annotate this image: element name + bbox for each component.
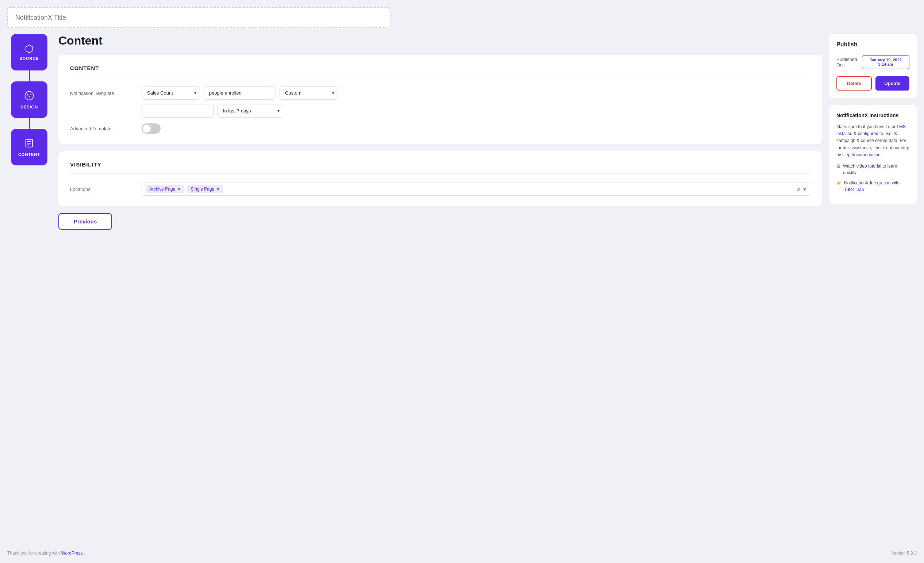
instructions-title: NotificationX Instructions (836, 113, 909, 118)
integration-emoji: 👉 (836, 180, 842, 186)
integration-label: NotificationX Integration with Tutor LMS (844, 180, 909, 193)
notification-template-controls: Sales Count Enrollment Count Review Coun… (142, 86, 810, 117)
publish-card: Publish Published On : January 10, 2022 … (829, 34, 917, 98)
publish-date-row: Published On : January 10, 2022 3:14 am (836, 55, 909, 69)
sidebar-connector-2 (29, 118, 30, 129)
sidebar-connector-1 (29, 71, 30, 81)
visibility-section-card: VISIBILITY Locations Archive Page × Sing… (58, 151, 822, 206)
locations-label: Locations (70, 186, 136, 192)
advanced-template-row: Advanced Template (70, 123, 810, 134)
instructions-text-1: Make sure that you have Tutor LMS instal… (836, 123, 909, 158)
previous-button[interactable]: Previous (58, 213, 112, 230)
notification-title-input[interactable] (15, 14, 382, 21)
template-top-row: Sales Count Enrollment Count Review Coun… (142, 86, 810, 100)
sales-count-select[interactable]: Sales Count Enrollment Count Review Coun… (142, 86, 200, 100)
template-bottom-row: In last 7 days In last 14 days In last 3… (142, 104, 810, 117)
published-on-label: Published On : (836, 57, 862, 68)
toggle-slider (142, 123, 160, 134)
sidebar-item-content[interactable]: CONTENT (11, 129, 48, 165)
published-date-box: January 10, 2022 3:14 am (862, 55, 909, 69)
integration-item: 👉 NotificationX Integration with Tutor L… (836, 180, 909, 193)
title-input-wrapper (7, 7, 390, 28)
advanced-template-label: Advanced Template (70, 126, 136, 131)
footer: Thank you for creating with WordPress . … (7, 548, 917, 556)
tag-single-remove[interactable]: × (216, 186, 219, 192)
bottom-actions: Previous (58, 213, 822, 230)
content-icon (24, 138, 34, 150)
sidebar-label-design: DESIGN (20, 105, 38, 109)
tag-single-label: Single Page (191, 186, 214, 192)
sales-count-select-wrapper: Sales Count Enrollment Count Review Coun… (142, 86, 200, 100)
source-icon: ⬡ (25, 44, 34, 54)
watch-label: Watch video tutorial to learn quickly (843, 163, 909, 176)
sidebar-item-design[interactable]: DESIGN (11, 81, 48, 118)
svg-point-2 (30, 94, 32, 95)
integration-link[interactable]: Integration with Tutor LMS (844, 180, 900, 192)
svg-point-3 (28, 96, 30, 98)
right-panel: Publish Published On : January 10, 2022 … (829, 34, 917, 542)
footer-text: Thank you for creating with WordPress . (7, 551, 85, 556)
update-button[interactable]: Update (876, 76, 909, 90)
design-icon (24, 90, 34, 103)
locations-row: Locations Archive Page × Single Page × ✕ (70, 183, 810, 196)
custom-select[interactable]: Custom Default Template 1 (279, 86, 338, 100)
locations-multiselect[interactable]: Archive Page × Single Page × ✕ ▾ (142, 183, 810, 196)
tag-single-page: Single Page × (187, 185, 224, 193)
video-tutorial-link[interactable]: video tutorial (856, 164, 881, 169)
sidebar-item-source[interactable]: ⬡ SOURCE (11, 34, 48, 71)
tutor-lms-link[interactable]: Tutor LMS installed & configured (836, 124, 906, 136)
wordpress-link[interactable]: WordPress (61, 551, 82, 556)
tag-archive-label: Archive Page (149, 186, 175, 192)
version-text: Version 5.9.3 (891, 551, 917, 556)
center-content: Content CONTENT Notification Template Sa… (58, 34, 822, 542)
page-title: Content (58, 34, 822, 48)
days-select-wrapper: In last 7 days In last 14 days In last 3… (218, 104, 283, 117)
delete-button[interactable]: Delete (836, 76, 872, 90)
sidebar: ⬡ SOURCE DESIGN (7, 34, 51, 542)
template-blank-input[interactable] (142, 104, 214, 117)
locations-clear-all-icon[interactable]: ✕ (796, 186, 801, 193)
documentation-link[interactable]: documentation (852, 152, 880, 158)
publish-title: Publish (836, 41, 909, 48)
publish-buttons: Delete Update (836, 76, 909, 90)
instructions-card: NotificationX Instructions Make sure tha… (829, 105, 917, 204)
content-section-card: CONTENT Notification Template Sales Coun… (58, 55, 822, 144)
video-emoji: 🖥 (836, 163, 841, 170)
people-enrolled-input[interactable] (204, 86, 276, 100)
video-tutorial-item: 🖥 Watch video tutorial to learn quickly (836, 163, 909, 176)
sidebar-label-content: CONTENT (18, 152, 40, 157)
advanced-template-toggle[interactable] (142, 123, 160, 134)
locations-actions: ✕ ▾ (796, 186, 806, 193)
tag-archive-remove[interactable]: × (177, 186, 180, 192)
custom-select-wrapper: Custom Default Template 1 ▾ (279, 86, 338, 100)
svg-point-1 (27, 94, 28, 95)
days-select[interactable]: In last 7 days In last 14 days In last 3… (218, 104, 283, 117)
sidebar-label-source: SOURCE (20, 56, 39, 61)
locations-dropdown-arrow-icon[interactable]: ▾ (803, 186, 806, 193)
notification-template-label: Notification Template (70, 86, 136, 96)
notification-template-row: Notification Template Sales Count Enroll… (70, 86, 810, 117)
visibility-section-heading: VISIBILITY (70, 161, 810, 174)
svg-point-0 (25, 91, 33, 100)
tag-archive-page: Archive Page × (146, 185, 184, 193)
content-section-heading: CONTENT (70, 65, 810, 77)
